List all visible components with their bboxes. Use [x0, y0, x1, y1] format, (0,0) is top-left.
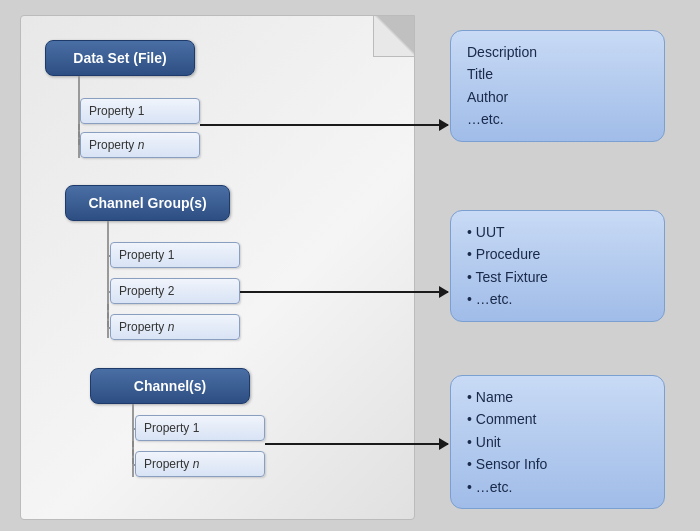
infobox3-line2: • Comment [467, 408, 648, 430]
infobox3-line5: • …etc. [467, 476, 648, 498]
channel-propertyn: Property n [135, 451, 265, 477]
dataset-property1-label: Property 1 [89, 104, 144, 118]
dataset-property1: Property 1 [80, 98, 200, 124]
dataset-arrow [200, 124, 448, 126]
page-container: Data Set (File) Property 1 Property n Ch… [0, 0, 700, 531]
changroup-property1: Property 1 [110, 242, 240, 268]
infobox2-line1: • UUT [467, 221, 648, 243]
dataset-propertyn-label: Property n [89, 138, 144, 152]
changroup-property1-label: Property 1 [119, 248, 174, 262]
changroup-arrow [240, 291, 448, 293]
infobox1-line3: Author [467, 86, 648, 108]
infobox2-line3: • Test Fixture [467, 266, 648, 288]
changroup-property2: Property 2 [110, 278, 240, 304]
dataset-propertyn: Property n [80, 132, 200, 158]
infobox3-line3: • Unit [467, 431, 648, 453]
channel-propertyn-label: Property n [144, 457, 199, 471]
infobox-dataset: Description Title Author …etc. [450, 30, 665, 142]
infobox3-line1: • Name [467, 386, 648, 408]
channel-property1-label: Property 1 [144, 421, 199, 435]
changroup-propertyn: Property n [110, 314, 240, 340]
channel-property1: Property 1 [135, 415, 265, 441]
infobox2-line2: • Procedure [467, 243, 648, 265]
channel-label: Channel(s) [134, 378, 206, 394]
channel-header: Channel(s) [90, 368, 250, 404]
changroup-label: Channel Group(s) [88, 195, 206, 211]
infobox2-line4: • …etc. [467, 288, 648, 310]
infobox1-line1: Description [467, 41, 648, 63]
changroup-dashed [107, 304, 109, 327]
channel-arrow [265, 443, 448, 445]
changroup-property2-label: Property 2 [119, 284, 174, 298]
dataset-label: Data Set (File) [73, 50, 166, 66]
infobox-channel: • Name • Comment • Unit • Sensor Info • … [450, 375, 665, 509]
changroup-propertyn-label: Property n [119, 320, 174, 334]
dataset-header: Data Set (File) [45, 40, 195, 76]
infobox-changroup: • UUT • Procedure • Test Fixture • …etc. [450, 210, 665, 322]
infobox1-line4: …etc. [467, 108, 648, 130]
changroup-header: Channel Group(s) [65, 185, 230, 221]
infobox3-line4: • Sensor Info [467, 453, 648, 475]
infobox1-line2: Title [467, 63, 648, 85]
channel-dashed [132, 441, 134, 464]
